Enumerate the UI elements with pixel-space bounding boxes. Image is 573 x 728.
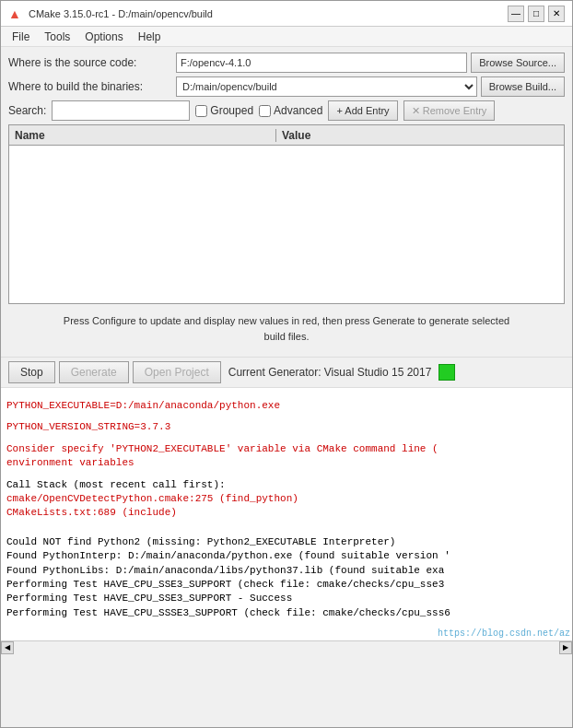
log-line: Performing Test HAVE_CPU_SSSE3_SUPPORT (… bbox=[6, 606, 567, 620]
close-button[interactable]: ✕ bbox=[548, 6, 565, 22]
browse-build-button[interactable]: Browse Build... bbox=[481, 76, 565, 97]
status-indicator bbox=[439, 364, 455, 381]
col-value-header: Value bbox=[276, 129, 564, 142]
log-line: Consider specify 'PYTHON2_EXECUTABLE' va… bbox=[6, 442, 567, 456]
grouped-checkbox-label[interactable]: Grouped bbox=[195, 104, 253, 117]
log-line: Found PythonLibs: D:/main/anaconda/libs/… bbox=[6, 564, 567, 578]
log-area[interactable]: PYTHON_EXECUTABLE=D:/main/anaconda/pytho… bbox=[1, 387, 572, 640]
main-content: Where is the source code: Browse Source.… bbox=[1, 47, 572, 357]
info-line2: build files. bbox=[264, 331, 310, 342]
scroll-right-button[interactable]: ▶ bbox=[559, 641, 572, 654]
source-row: Where is the source code: Browse Source.… bbox=[8, 53, 565, 73]
watermark: https://blog.csdn.net/az bbox=[438, 628, 570, 639]
advanced-checkbox[interactable] bbox=[259, 105, 271, 117]
log-container: PYTHON_EXECUTABLE=D:/main/anaconda/pytho… bbox=[1, 387, 572, 653]
menu-bar: File Tools Options Help bbox=[1, 27, 572, 47]
build-path-select[interactable]: D:/main/opencv/build bbox=[176, 76, 477, 97]
grouped-label: Grouped bbox=[210, 104, 253, 117]
log-line bbox=[6, 528, 567, 535]
build-row: Where to build the binaries: D:/main/ope… bbox=[8, 76, 565, 97]
window-title: CMake 3.15.0-rc1 - D:/main/opencv/build bbox=[29, 8, 213, 19]
log-line: PYTHON_EXECUTABLE=D:/main/anaconda/pytho… bbox=[6, 399, 567, 413]
entries-table: Name Value bbox=[8, 124, 565, 304]
log-line bbox=[6, 413, 567, 420]
add-entry-label: + Add Entry bbox=[336, 105, 389, 116]
log-line: Could NOT find Python2 (missing: Python2… bbox=[6, 535, 567, 549]
generate-button[interactable]: Generate bbox=[59, 361, 129, 383]
search-input[interactable] bbox=[52, 100, 190, 121]
log-line bbox=[6, 435, 567, 442]
log-line: Call Stack (most recent call first): bbox=[6, 478, 567, 492]
window-controls: — □ ✕ bbox=[508, 6, 565, 22]
grouped-checkbox[interactable] bbox=[195, 105, 207, 117]
log-line: environment variables bbox=[6, 456, 567, 470]
advanced-checkbox-label[interactable]: Advanced bbox=[259, 104, 322, 117]
col-name-header: Name bbox=[9, 129, 276, 142]
search-label: Search: bbox=[8, 104, 46, 117]
add-entry-button[interactable]: + Add Entry bbox=[328, 100, 397, 121]
log-line: Performing Test HAVE_CPU_SSE3_SUPPORT (c… bbox=[6, 578, 567, 592]
log-line bbox=[6, 392, 567, 399]
source-label: Where is the source code: bbox=[8, 56, 172, 69]
open-project-button[interactable]: Open Project bbox=[133, 361, 221, 383]
menu-tools[interactable]: Tools bbox=[37, 29, 77, 45]
log-line: cmake/OpenCVDetectPython.cmake:275 (find… bbox=[6, 492, 567, 506]
title-bar-left: ▲ CMake 3.15.0-rc1 - D:/main/opencv/buil… bbox=[8, 6, 213, 21]
horizontal-scrollbar[interactable]: ◀ ▶ bbox=[1, 640, 572, 653]
maximize-button[interactable]: □ bbox=[528, 6, 544, 22]
table-body bbox=[9, 146, 564, 304]
info-text: Press Configure to update and display ne… bbox=[8, 310, 565, 347]
title-bar: ▲ CMake 3.15.0-rc1 - D:/main/opencv/buil… bbox=[1, 1, 572, 27]
scroll-track bbox=[14, 641, 559, 653]
info-line1: Press Configure to update and display ne… bbox=[64, 315, 509, 326]
generator-text: Current Generator: Visual Studio 15 2017 bbox=[228, 366, 432, 379]
advanced-label: Advanced bbox=[274, 104, 322, 117]
log-line: PYTHON_VERSION_STRING=3.7.3 bbox=[6, 420, 567, 434]
log-line bbox=[6, 521, 567, 528]
app-icon: ▲ bbox=[8, 6, 23, 21]
scroll-left-button[interactable]: ◀ bbox=[1, 641, 14, 654]
log-line: Performing Test HAVE_CPU_SSE3_SUPPORT - … bbox=[6, 592, 567, 605]
stop-button[interactable]: Stop bbox=[8, 361, 55, 383]
log-line: CMakeLists.txt:689 (include) bbox=[6, 506, 567, 520]
remove-entry-button[interactable]: ✕ Remove Entry bbox=[403, 100, 496, 121]
remove-entry-label: ✕ Remove Entry bbox=[412, 105, 487, 117]
menu-options[interactable]: Options bbox=[77, 29, 130, 45]
table-header: Name Value bbox=[9, 125, 564, 146]
log-line bbox=[6, 471, 567, 478]
browse-source-button[interactable]: Browse Source... bbox=[471, 53, 565, 73]
minimize-button[interactable]: — bbox=[508, 6, 524, 22]
log-line: Found PythonInterp: D:/main/anaconda/pyt… bbox=[6, 549, 567, 563]
action-buttons: Stop Generate Open Project Current Gener… bbox=[1, 357, 572, 387]
build-label: Where to build the binaries: bbox=[8, 80, 172, 93]
menu-help[interactable]: Help bbox=[131, 29, 169, 45]
source-input[interactable] bbox=[176, 53, 467, 73]
search-row: Search: Grouped Advanced + Add Entry ✕ R… bbox=[8, 100, 565, 121]
menu-file[interactable]: File bbox=[5, 29, 37, 45]
